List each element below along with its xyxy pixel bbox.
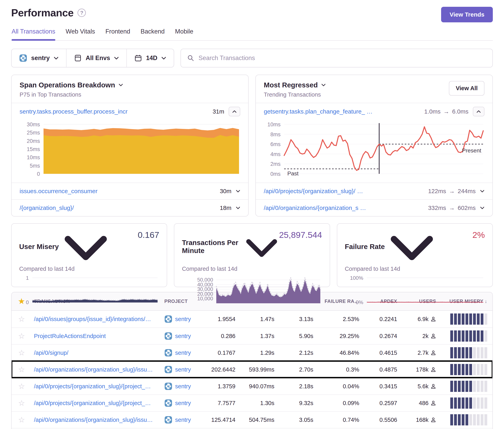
star-icon[interactable]: ☆ (12, 332, 32, 341)
transaction-link[interactable]: /api/0/projects/{organization_slug}/{pro… (32, 383, 162, 390)
tab-frontend[interactable]: Frontend (105, 28, 130, 40)
users-cell: 168k (400, 417, 439, 423)
chevron-down-icon (54, 57, 59, 60)
table-body: ☆ /api/0/issues|groups/{issue_id}/integr… (12, 311, 492, 429)
failure-rate-value: 2% (472, 230, 485, 240)
table-row[interactable]: ☆ /api/0/projects/{organization_slug}/{p… (12, 394, 492, 411)
tab-mobile[interactable]: Mobile (175, 28, 193, 40)
svg-text:Past: Past (287, 170, 298, 177)
table-row[interactable]: ☆ /api/0/issues|groups/{issue_id}/integr… (12, 311, 492, 327)
transaction-link[interactable]: /api/0/organizations/{organization_slug}… (32, 366, 162, 373)
search-box[interactable] (180, 49, 493, 67)
regressed-transaction-link[interactable]: /api/0/projects/{organization_slug}/ … (264, 188, 428, 194)
project-link[interactable]: sentry (175, 350, 191, 356)
span-ops-subtitle: P75 in Top Transactions (19, 91, 240, 98)
expand-chevron[interactable] (480, 207, 485, 209)
table-row[interactable]: ☆ ProjectRuleActionsEndpoint sentry 0.28… (12, 327, 492, 344)
apdex-cell: 0.2674 (362, 333, 400, 339)
table-row[interactable]: ☆ /api/0/signup/ sentry 0.1767 1.29s 2.1… (12, 344, 492, 361)
view-all-button[interactable]: View All (449, 81, 485, 96)
expand-chevron[interactable] (236, 207, 240, 209)
transaction-link[interactable]: ProjectRuleActionsEndpoint (32, 333, 162, 339)
star-icon[interactable]: ☆ (12, 399, 32, 407)
environment-icon (74, 54, 82, 62)
p50-cell: 504.75ms (238, 417, 277, 423)
star-icon[interactable]: ☆ (12, 315, 32, 324)
collapse-button[interactable] (229, 107, 240, 116)
regressed-transaction-link[interactable]: /api/0/organizations/{organization_s … (264, 204, 428, 211)
star-icon[interactable]: ☆ (12, 365, 32, 374)
python-project-icon (19, 54, 27, 62)
transaction-link[interactable]: /api/0/organizations/{organization_slug}… (32, 417, 162, 423)
project-link[interactable]: sentry (175, 316, 191, 323)
table-row[interactable]: ☆ (12, 428, 492, 429)
environment-filter[interactable]: All Envs (66, 49, 126, 67)
span-operations-panel: Span Operations Breakdown P75 in Top Tra… (11, 75, 249, 217)
project-link[interactable]: sentry (175, 366, 191, 373)
svg-text:0: 0 (37, 171, 40, 177)
users-cell: 5.6k (400, 383, 439, 390)
card-title: Transactions Per Minute (182, 239, 241, 255)
tpm-value: 25,897.544 (279, 230, 322, 240)
tab-web-vitals[interactable]: Web Vitals (66, 28, 95, 40)
expand-chevron[interactable] (236, 190, 240, 193)
p50-cell: 1.29s (238, 350, 277, 356)
collapse-button[interactable] (473, 107, 485, 116)
chevron-down-icon (119, 84, 123, 86)
user-misery-bar (439, 347, 492, 358)
span-op-value: 30m (220, 188, 231, 194)
project-link[interactable]: sentry (175, 417, 191, 423)
tab-bar: All Transactions Web Vitals Frontend Bac… (11, 28, 493, 41)
view-trends-button[interactable]: View Trends (441, 7, 493, 22)
project-filter[interactable]: sentry (12, 49, 66, 67)
page-header: Performance ? View Trends All Transactio… (0, 0, 504, 41)
failure-rate-cell: 29.25% (316, 333, 362, 339)
user-icon (431, 367, 436, 372)
table-row[interactable]: ☆ /api/0/organizations/{organization_slu… (12, 361, 492, 378)
project-link[interactable]: sentry (175, 383, 191, 390)
help-icon[interactable]: ? (78, 9, 86, 17)
filter-bar: sentry All Envs 14D (11, 49, 493, 67)
expand-chevron[interactable] (480, 190, 485, 193)
failure-rate-dropdown[interactable]: Failure Rate (345, 230, 436, 263)
table-row[interactable]: ☆ /api/0/projects/{organization_slug}/{p… (12, 378, 492, 394)
svg-text:8ms: 8ms (270, 131, 280, 138)
transaction-link[interactable]: /api/0/projects/{organization_slug}/{pro… (32, 400, 162, 406)
p50-cell: 1.47s (238, 316, 277, 323)
tpm-cell: 0.286 (198, 333, 238, 339)
p95-cell: 2.18s (277, 383, 316, 390)
svg-text:10,000: 10,000 (197, 296, 213, 301)
tab-all-transactions[interactable]: All Transactions (12, 28, 55, 40)
tpm-cell: 125.4714 (198, 417, 238, 423)
tpm-cell: 1.3759 (198, 383, 238, 390)
most-regressed-title: Most Regressed (264, 81, 318, 89)
table-row[interactable]: ☆ /api/0/organizations/{organization_slu… (12, 411, 492, 428)
transaction-link[interactable]: /api/0/signup/ (32, 350, 162, 356)
project-link[interactable]: sentry (175, 400, 191, 406)
user-misery-dropdown[interactable]: User Misery (19, 230, 110, 263)
card-title: User Misery (19, 243, 59, 251)
date-range-filter[interactable]: 14D (126, 49, 174, 67)
p95-cell: 9.32s (277, 400, 316, 406)
failure-rate-cell: 0.09% (316, 400, 362, 406)
span-op-value: 31m (213, 108, 224, 115)
svg-text:Present: Present (462, 148, 481, 154)
most-regressed-panel: Most Regressed Trending Transactions Vie… (255, 75, 493, 217)
span-op-link[interactable]: sentry.tasks.process_buffer.process_incr (19, 108, 213, 115)
star-icon[interactable]: ☆ (12, 382, 32, 391)
tpm-dropdown[interactable]: Transactions Per Minute (182, 230, 279, 263)
search-input[interactable] (198, 54, 486, 62)
project-link[interactable]: sentry (175, 333, 191, 339)
regressed-transaction-link[interactable]: getsentry.tasks.plan_change_feature_ … (264, 108, 424, 115)
star-icon[interactable]: ☆ (12, 415, 32, 424)
page-title: Performance (11, 7, 73, 19)
tab-backend[interactable]: Backend (141, 28, 165, 40)
span-op-link[interactable]: issues.occurrence_consumer (19, 188, 220, 194)
transaction-link[interactable]: /api/0/issues|groups/{issue_id}/integrat… (32, 316, 162, 323)
python-project-icon (164, 349, 172, 357)
user-icon (431, 333, 436, 339)
star-icon[interactable]: ☆ (12, 348, 32, 357)
tpm-cell: 202.6442 (198, 366, 238, 373)
span-op-link[interactable]: /{organization_slug}/ (19, 204, 220, 211)
span-ops-title-dropdown[interactable]: Span Operations Breakdown (19, 81, 240, 89)
